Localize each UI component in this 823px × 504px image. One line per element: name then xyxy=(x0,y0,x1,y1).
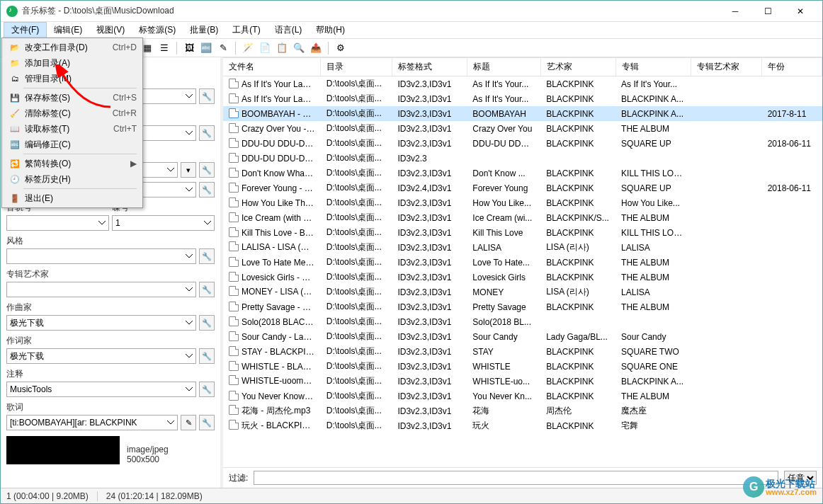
tb-edit-icon[interactable]: ✎ xyxy=(215,40,231,56)
trad-simp-icon: 🔁 xyxy=(8,159,22,168)
table-row[interactable]: WHISTLE-uoom抖...D:\tools\桌面...ID3v2.3,ID… xyxy=(223,374,822,389)
menu-tools[interactable]: 工具(T) xyxy=(225,22,267,38)
genre-input[interactable] xyxy=(6,248,196,264)
table-row[interactable]: Don't Know What ...D:\tools\桌面...ID3v2.3… xyxy=(223,166,822,181)
col-header[interactable]: 标签格式 xyxy=(392,58,467,76)
menu-view[interactable]: 视图(V) xyxy=(89,22,132,38)
maximize-button[interactable]: ☐ xyxy=(751,1,784,22)
table-row[interactable]: BOOMBAYAH - BLA...D:\tools\桌面...ID3v2.3,… xyxy=(223,106,822,121)
composer-label: 作曲家 xyxy=(6,302,215,314)
file-icon xyxy=(229,168,239,178)
table-row[interactable]: WHISTLE - BLACKPI...D:\tools\桌面...ID3v2.… xyxy=(223,359,822,374)
field-2-edit-button[interactable]: 🔧 xyxy=(199,125,215,141)
comment-label: 注释 xyxy=(6,368,215,380)
lyrics-open-button[interactable]: ✎ xyxy=(181,415,196,430)
composer-input[interactable]: 极光下载 xyxy=(6,315,196,331)
menu-item-save-tags[interactable]: 💾保存标签(S)Ctrl+S xyxy=(4,90,141,105)
table-row[interactable]: 花海 - 周杰伦.mp3D:\tools\桌面...ID3v2.3,ID3v1花… xyxy=(223,403,822,418)
genre-label: 风格 xyxy=(6,235,215,247)
table-row[interactable]: Lovesick Girls - BLAC...D:\tools\桌面...ID… xyxy=(223,270,822,285)
table-row[interactable]: Pretty Savage - BLA...D:\tools\桌面...ID3v… xyxy=(223,299,822,314)
table-row[interactable]: Sour Candy - Lady ...D:\tools\桌面...ID3v2… xyxy=(223,329,822,344)
comment-input[interactable]: MusicTools xyxy=(6,382,196,397)
table-row[interactable]: Kill This Love - BLAC...D:\tools\桌面...ID… xyxy=(223,225,822,240)
lyrics-edit-button[interactable]: 🔧 xyxy=(199,415,215,430)
minimize-button[interactable]: ─ xyxy=(719,1,751,22)
filter-input[interactable] xyxy=(254,471,778,485)
tb-settings-icon[interactable]: ⚙ xyxy=(333,40,348,56)
tb-text-icon[interactable]: 🔤 xyxy=(198,40,214,56)
field-3-more-button[interactable]: ▾ xyxy=(181,162,196,178)
menu-lang[interactable]: 语言(L) xyxy=(268,22,310,38)
composer-edit-button[interactable]: 🔧 xyxy=(199,315,215,331)
table-row[interactable]: 玩火 - BLACKPINK....D:\tools\桌面...ID3v2.3,… xyxy=(223,418,822,433)
tb-scope-icon[interactable]: 🔍 xyxy=(291,40,307,56)
albumartist-input[interactable] xyxy=(6,282,196,297)
tb-image-icon[interactable]: 🖼 xyxy=(181,40,197,56)
col-header[interactable]: 艺术家 xyxy=(540,58,615,76)
table-row[interactable]: You Never Know - ...D:\tools\桌面...ID3v2.… xyxy=(223,389,822,403)
disc-input[interactable]: 1 xyxy=(112,215,215,231)
menu-file[interactable]: 文件(F) 📂改变工作目录(D)Ctrl+D📁添加目录(A)🗂管理目录(M)💾保… xyxy=(4,22,47,38)
tag-history-icon: 🕘 xyxy=(8,175,22,184)
file-icon xyxy=(229,302,239,311)
tb-list-icon[interactable]: ☰ xyxy=(157,40,172,56)
col-header[interactable]: 目录 xyxy=(321,58,392,76)
menu-edit[interactable]: 编辑(E) xyxy=(47,22,89,38)
table-row[interactable]: How You Like That ...D:\tools\桌面...ID3v2… xyxy=(223,195,822,210)
tb-export-icon[interactable]: 📤 xyxy=(308,40,324,56)
file-icon xyxy=(229,227,239,237)
statusbar: 1 (00:04:00 | 9.20MB) 24 (01:20:14 | 182… xyxy=(1,488,822,503)
table-row[interactable]: Crazy Over You - BL...D:\tools\桌面...ID3v… xyxy=(223,121,822,136)
menu-item-clear-tags[interactable]: 🧹清除标签(C)Ctrl+R xyxy=(4,105,141,121)
field-1-edit-button[interactable]: 🔧 xyxy=(199,88,215,104)
read-tags-icon: 📖 xyxy=(8,125,22,134)
menu-item-tag-history[interactable]: 🕘标签历史(H) xyxy=(4,171,141,187)
table-row[interactable]: Forever Young - BL...D:\tools\桌面...ID3v2… xyxy=(223,181,822,195)
menu-batch[interactable]: 批量(B) xyxy=(183,22,225,38)
menu-help[interactable]: 帮助(H) xyxy=(309,22,352,38)
table-row[interactable]: STAY - BLACKPINK...D:\tools\桌面...ID3v2.3… xyxy=(223,344,822,359)
table-row[interactable]: MONEY - LISA (리...D:\tools\桌面...ID3v2.3,… xyxy=(223,285,822,299)
col-header[interactable]: 文件名 xyxy=(223,58,321,76)
close-button[interactable]: ✕ xyxy=(784,1,817,22)
table-row[interactable]: As If It's Your Last -...D:\tools\桌面...I… xyxy=(223,76,822,92)
menu-item-fix-encoding[interactable]: 🔤编码修正(C) xyxy=(4,137,141,152)
col-header[interactable]: 专辑艺术家 xyxy=(691,58,762,76)
menu-source[interactable]: 标签源(S) xyxy=(132,22,183,38)
file-dropdown: 📂改变工作目录(D)Ctrl+D📁添加目录(A)🗂管理目录(M)💾保存标签(S)… xyxy=(1,38,143,208)
menu-item-change-dir[interactable]: 📂改变工作目录(D)Ctrl+D xyxy=(4,40,141,55)
menu-item-trad-simp[interactable]: 🔁繁简转换(O)▶ xyxy=(4,156,141,171)
table-row[interactable]: Solo(2018 BLACKPI...D:\tools\桌面...ID3v2.… xyxy=(223,314,822,329)
genre-edit-button[interactable]: 🔧 xyxy=(199,248,215,264)
col-header[interactable]: 标题 xyxy=(467,58,540,76)
file-icon xyxy=(229,197,239,207)
menu-item-manage-dir[interactable]: 🗂管理目录(M) xyxy=(4,71,141,86)
lyricist-edit-button[interactable]: 🔧 xyxy=(199,348,215,364)
lyrics-input[interactable]: [ti:BOOMBAYAH][ar: BLACKPINK xyxy=(6,415,178,430)
tb-wand-icon[interactable]: 🪄 xyxy=(240,40,256,56)
table-row[interactable]: DDU-DU DDU-DU(K...D:\tools\桌面...ID3v2.3 xyxy=(223,151,822,166)
cover-preview[interactable] xyxy=(6,436,120,464)
table-row[interactable]: LALISA - LISA (리사)...D:\tools\桌面...ID3v2… xyxy=(223,240,822,255)
col-header[interactable]: 专辑 xyxy=(615,58,691,76)
field-4-edit-button[interactable]: 🔧 xyxy=(199,182,215,197)
menu-item-add-dir[interactable]: 📁添加目录(A) xyxy=(4,55,141,71)
lyricist-input[interactable]: 极光下载 xyxy=(6,348,196,364)
clear-tags-icon: 🧹 xyxy=(8,109,22,118)
table-row[interactable]: Ice Cream (with Sel...D:\tools\桌面...ID3v… xyxy=(223,210,822,225)
table-row[interactable]: Love To Hate Me - ...D:\tools\桌面...ID3v2… xyxy=(223,255,822,270)
file-icon xyxy=(229,286,239,296)
table-row[interactable]: DDU-DU DDU-DU(K...D:\tools\桌面...ID3v2.3,… xyxy=(223,136,822,151)
track-input[interactable] xyxy=(6,215,109,231)
col-header[interactable]: 年份 xyxy=(762,58,822,76)
field-3-edit-button[interactable]: 🔧 xyxy=(199,162,215,178)
comment-edit-button[interactable]: 🔧 xyxy=(199,382,215,397)
tb-doc-icon[interactable]: 📄 xyxy=(257,40,273,56)
menu-item-exit[interactable]: 🚪退出(E) xyxy=(4,190,141,206)
menu-item-read-tags[interactable]: 📖读取标签(T)Ctrl+T xyxy=(4,121,141,137)
file-icon xyxy=(229,108,239,118)
table-row[interactable]: As If It's Your Last(...D:\tools\桌面...ID… xyxy=(223,91,822,106)
albumartist-edit-button[interactable]: 🔧 xyxy=(199,282,215,297)
tb-copy-icon[interactable]: 📋 xyxy=(274,40,290,56)
